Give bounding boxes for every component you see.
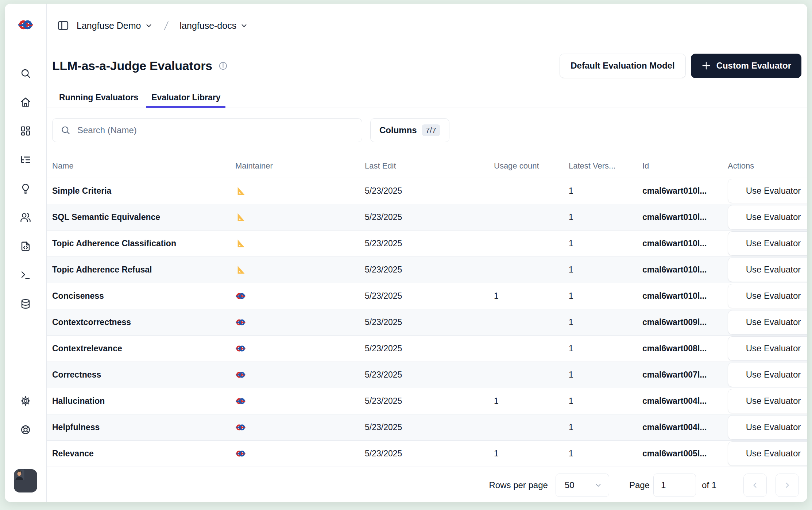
project-name: langfuse-docs bbox=[180, 20, 237, 31]
previous-page-button[interactable] bbox=[743, 474, 767, 497]
default-evaluation-model-button[interactable]: Default Evaluation Model bbox=[560, 54, 685, 78]
evaluators-table-container: Name Maintainer Last Edit Usage count La… bbox=[47, 154, 807, 468]
table-row[interactable]: Topic Adherence Classification 5/23/2025… bbox=[47, 230, 807, 256]
langfuse-maintainer-knot-icon bbox=[235, 422, 246, 433]
ragas-maintainer-icon bbox=[235, 212, 246, 223]
evaluator-name: SQL Semantic Equivalence bbox=[47, 204, 235, 230]
latest-version: 1 bbox=[568, 440, 642, 467]
table-row[interactable]: Simple Criteria 5/23/2025 1 cmal6wart010… bbox=[47, 178, 807, 204]
lightbulb-icon[interactable] bbox=[20, 183, 31, 194]
rows-per-page-select[interactable]: 50 bbox=[556, 474, 609, 497]
use-evaluator-button[interactable]: Use Evaluator bbox=[728, 389, 807, 413]
usage-count: 1 bbox=[494, 388, 568, 414]
tab-bar: Running Evaluators Evaluator Library bbox=[47, 88, 807, 108]
evaluator-id: cmal6wart009l... bbox=[642, 309, 727, 335]
use-evaluator-button[interactable]: Use Evaluator bbox=[728, 336, 807, 361]
sidebar bbox=[5, 4, 47, 502]
settings-gear-icon[interactable] bbox=[20, 395, 31, 406]
use-evaluator-button[interactable]: Use Evaluator bbox=[728, 179, 807, 203]
ragas-maintainer-icon bbox=[235, 264, 246, 275]
project-switcher[interactable]: langfuse-docs bbox=[180, 20, 248, 31]
table-row[interactable]: Contextrelevance 5/23/2025 1 cmal6wart00… bbox=[47, 335, 807, 362]
table-row[interactable]: SQL Semantic Equivalence 5/23/2025 1 cma… bbox=[47, 204, 807, 230]
latest-version: 1 bbox=[568, 335, 642, 362]
use-evaluator-button[interactable]: Use Evaluator bbox=[728, 205, 807, 229]
latest-version: 1 bbox=[568, 309, 642, 335]
maintainer-cell bbox=[235, 178, 364, 204]
use-evaluator-button[interactable]: Use Evaluator bbox=[728, 441, 807, 466]
tab-evaluator-library[interactable]: Evaluator Library bbox=[146, 88, 225, 108]
chevron-right-icon bbox=[783, 481, 792, 490]
col-header-actions: Actions bbox=[727, 154, 807, 178]
users-icon[interactable] bbox=[20, 212, 31, 223]
table-row[interactable]: Topic Adherence Refusal 5/23/2025 1 cmal… bbox=[47, 256, 807, 283]
playground-terminal-icon[interactable] bbox=[20, 270, 31, 281]
dashboard-icon[interactable] bbox=[20, 125, 31, 136]
columns-count-badge: 7/7 bbox=[422, 124, 440, 136]
use-evaluator-button[interactable]: Use Evaluator bbox=[728, 363, 807, 387]
org-switcher[interactable]: Langfuse Demo bbox=[77, 20, 153, 31]
chevron-down-icon bbox=[594, 481, 602, 489]
table-row[interactable]: Contextcorrectness 5/23/2025 1 cmal6wart… bbox=[47, 309, 807, 335]
last-edit-date: 5/23/2025 bbox=[364, 440, 494, 467]
usage-count bbox=[494, 256, 568, 283]
use-evaluator-button[interactable]: Use Evaluator bbox=[728, 231, 807, 256]
sidebar-nav bbox=[20, 68, 31, 309]
use-evaluator-button[interactable]: Use Evaluator bbox=[728, 258, 807, 282]
chevron-left-icon bbox=[751, 481, 759, 490]
use-evaluator-button[interactable]: Use Evaluator bbox=[728, 415, 807, 440]
latest-version: 1 bbox=[568, 204, 642, 230]
latest-version: 1 bbox=[568, 283, 642, 309]
home-icon[interactable] bbox=[20, 97, 31, 108]
maintainer-cell bbox=[235, 362, 364, 388]
columns-button[interactable]: Columns 7/7 bbox=[370, 118, 449, 142]
maintainer-cell bbox=[235, 256, 364, 283]
col-header-maintainer[interactable]: Maintainer bbox=[235, 154, 364, 178]
user-avatar[interactable] bbox=[14, 469, 37, 492]
usage-count bbox=[494, 362, 568, 388]
datasets-database-icon[interactable] bbox=[20, 298, 31, 309]
tab-running-evaluators[interactable]: Running Evaluators bbox=[54, 88, 143, 108]
chevron-down-icon bbox=[240, 22, 248, 30]
last-edit-date: 5/23/2025 bbox=[364, 362, 494, 388]
maintainer-cell bbox=[235, 309, 364, 335]
table-row[interactable]: Conciseness 5/23/2025 1 1 cmal6wart010l.… bbox=[47, 283, 807, 309]
table-row[interactable]: Helpfulness 5/23/2025 1 cmal6wart004l...… bbox=[47, 414, 807, 440]
evaluator-id: cmal6wart005l... bbox=[642, 440, 727, 467]
info-icon[interactable] bbox=[218, 61, 228, 71]
usage-count bbox=[494, 309, 568, 335]
custom-evaluator-button[interactable]: Custom Evaluator bbox=[691, 54, 801, 78]
table-row[interactable]: Correctness 5/23/2025 1 cmal6wart007l...… bbox=[47, 362, 807, 388]
latest-version: 1 bbox=[568, 178, 642, 204]
search-icon[interactable] bbox=[20, 68, 31, 79]
langfuse-logo-knot-icon[interactable] bbox=[18, 17, 34, 33]
col-header-usage-count[interactable]: Usage count bbox=[494, 154, 568, 178]
evaluator-name: Relevance bbox=[47, 440, 235, 467]
maintainer-cell bbox=[235, 440, 364, 467]
use-evaluator-button[interactable]: Use Evaluator bbox=[728, 310, 807, 335]
user-photo bbox=[14, 469, 25, 480]
evaluator-id: cmal6wart008l... bbox=[642, 335, 727, 362]
col-header-latest-version[interactable]: Latest Vers... bbox=[568, 154, 642, 178]
table-row[interactable]: Relevance 5/23/2025 1 1 cmal6wart005l...… bbox=[47, 440, 807, 467]
maintainer-cell bbox=[235, 388, 364, 414]
col-header-id[interactable]: Id bbox=[642, 154, 727, 178]
tracing-list-tree-icon[interactable] bbox=[20, 154, 31, 165]
sidebar-toggle-panel-icon[interactable] bbox=[57, 19, 69, 32]
support-lifebuoy-icon[interactable] bbox=[20, 424, 31, 435]
next-page-button[interactable] bbox=[776, 474, 799, 497]
table-header-row: Name Maintainer Last Edit Usage count La… bbox=[47, 154, 807, 178]
usage-count: 1 bbox=[494, 283, 568, 309]
page-number-input[interactable] bbox=[653, 474, 696, 497]
search-input[interactable] bbox=[77, 125, 354, 136]
evaluator-id: cmal6wart010l... bbox=[642, 283, 727, 309]
evaluator-id: cmal6wart004l... bbox=[642, 414, 727, 440]
maintainer-cell bbox=[235, 335, 364, 362]
col-header-last-edit[interactable]: Last Edit bbox=[364, 154, 494, 178]
evaluator-name: Correctness bbox=[47, 362, 235, 388]
use-evaluator-button[interactable]: Use Evaluator bbox=[728, 284, 807, 308]
col-header-name[interactable]: Name bbox=[47, 154, 235, 178]
table-row[interactable]: Hallucination 5/23/2025 1 1 cmal6wart004… bbox=[47, 388, 807, 414]
evaluator-id: cmal6wart007l... bbox=[642, 362, 727, 388]
prompts-file-code-icon[interactable] bbox=[20, 241, 31, 252]
